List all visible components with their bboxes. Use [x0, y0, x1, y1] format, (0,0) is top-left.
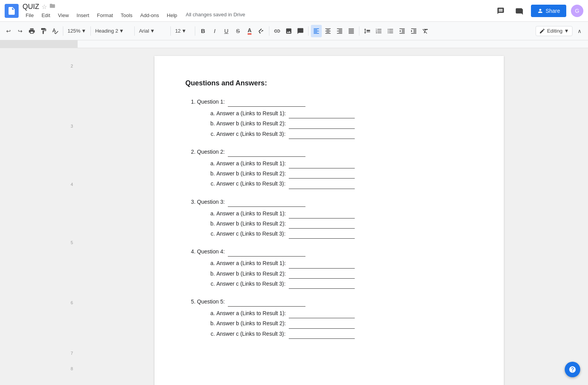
question-list: Question 1: Answer a (Links to Result 1)…: [186, 97, 473, 339]
question-5-label: Question 5:: [197, 298, 306, 305]
menu-format[interactable]: Format: [94, 12, 116, 19]
expand-icon: ▼: [564, 28, 569, 34]
question-4-label: Question 4:: [197, 248, 306, 255]
toolbar-sep-7: [308, 26, 309, 36]
question-2-label: Question 2:: [197, 149, 306, 155]
doc-title[interactable]: QUIZ: [23, 3, 39, 11]
question-item-3: Question 3: Answer a (Links to Result 1)…: [197, 197, 473, 239]
font-select[interactable]: Arial ▼: [137, 25, 168, 37]
highlight-button[interactable]: [256, 25, 267, 37]
answer-5b: Answer b (Links to Result 2):: [217, 318, 473, 328]
question-item-2: Question 2: Answer a (Links to Result 1)…: [197, 147, 473, 189]
answer-3c: Answer c (Links to Result 3):: [217, 229, 473, 239]
print-button[interactable]: [26, 25, 37, 37]
folder-icon[interactable]: [49, 3, 56, 10]
bulleted-list-button[interactable]: [385, 25, 396, 37]
line-spacing-button[interactable]: [362, 25, 373, 37]
chat-icon[interactable]: [512, 4, 526, 18]
fontsize-select[interactable]: 12 ▼: [173, 25, 193, 37]
menu-bar: File Edit View Insert Format Tools Add-o…: [23, 12, 494, 19]
answer-5c: Answer c (Links to Result 3):: [217, 329, 473, 339]
align-right-button[interactable]: [334, 25, 345, 37]
align-left-button[interactable]: [311, 25, 322, 37]
answer-1c: Answer c (Links to Result 3):: [217, 129, 473, 139]
answer-list-4: Answer a (Links to Result 1): Answer b (…: [197, 258, 473, 289]
clear-format-button[interactable]: [420, 25, 431, 37]
answer-1b: Answer b (Links to Result 2):: [217, 118, 473, 128]
answer-list-1: Answer a (Links to Result 1): Answer b (…: [197, 108, 473, 139]
toolbar-sep-3: [134, 26, 135, 36]
menu-insert[interactable]: Insert: [73, 12, 92, 19]
answer-4b: Answer b (Links to Result 2):: [217, 269, 473, 279]
title-bar: QUIZ ☆ File Edit View Insert Format Tool…: [0, 0, 588, 22]
page[interactable]: Questions and Answers: Question 1: Answe…: [154, 56, 504, 385]
justify-button[interactable]: [346, 25, 357, 37]
menu-edit[interactable]: Edit: [38, 12, 53, 19]
menu-addons[interactable]: Add-ons: [137, 12, 162, 19]
ruler: [0, 40, 588, 48]
answer-list-5: Answer a (Links to Result 1): Answer b (…: [197, 308, 473, 339]
question-item-1: Question 1: Answer a (Links to Result 1)…: [197, 97, 473, 139]
title-section: QUIZ ☆ File Edit View Insert Format Tool…: [23, 3, 494, 19]
comment-button[interactable]: [295, 25, 306, 37]
toolbar-sep-6: [269, 26, 269, 36]
toolbar-sep-1: [63, 26, 63, 36]
image-button[interactable]: [283, 25, 294, 37]
collapse-toolbar-button[interactable]: ∧: [574, 25, 585, 37]
star-icon[interactable]: ☆: [42, 3, 47, 10]
underline-button[interactable]: U: [221, 25, 232, 37]
answer-list-3: Answer a (Links to Result 1): Answer b (…: [197, 208, 473, 239]
saved-status: All changes saved in Drive: [186, 12, 245, 19]
menu-tools[interactable]: Tools: [118, 12, 135, 19]
explore-button-container: [565, 362, 580, 377]
question-1-label: Question 1:: [197, 99, 306, 105]
document-area: Questions and Answers: Question 1: Answe…: [78, 48, 580, 385]
answer-5a: Answer a (Links to Result 1):: [217, 308, 473, 318]
question-item-4: Question 4: Answer a (Links to Result 1)…: [197, 246, 473, 289]
zoom-select[interactable]: 125% ▼: [66, 25, 88, 37]
doc-heading: Questions and Answers:: [186, 79, 473, 87]
toolbar-sep-8: [359, 26, 359, 36]
menu-file[interactable]: File: [23, 12, 37, 19]
text-color-button[interactable]: A: [244, 25, 255, 37]
undo-button[interactable]: ↩: [3, 25, 14, 37]
toolbar: ↩ ↪ 125% ▼ Heading 2 ▼ Arial ▼ 12 ▼ B I …: [0, 22, 588, 40]
bold-button[interactable]: B: [198, 25, 208, 37]
question-3-label: Question 3:: [197, 199, 306, 205]
spellcheck-button[interactable]: [50, 25, 61, 37]
align-center-button[interactable]: [323, 25, 333, 37]
toolbar-sep-5: [195, 26, 195, 36]
menu-help[interactable]: Help: [164, 12, 180, 19]
italic-button[interactable]: I: [209, 25, 220, 37]
strikethrough-button[interactable]: S: [232, 25, 243, 37]
answer-4c: Answer c (Links to Result 3):: [217, 279, 473, 289]
answer-2a: Answer a (Links to Result 1):: [217, 158, 473, 168]
style-select[interactable]: Heading 2 ▼: [93, 25, 132, 37]
answer-4a: Answer a (Links to Result 1):: [217, 258, 473, 268]
main-area: 2 3 4 5 6 7 8 Questions and Answers: Que…: [0, 48, 588, 385]
right-scrollbar-area: [580, 48, 588, 385]
comments-icon[interactable]: [494, 4, 508, 18]
numbered-list-button[interactable]: [373, 25, 384, 37]
toolbar-sep-4: [170, 26, 171, 36]
answer-2c: Answer c (Links to Result 3):: [217, 179, 473, 189]
toolbar-sep-2: [90, 26, 91, 36]
answer-3b: Answer b (Links to Result 2):: [217, 219, 473, 229]
decrease-indent-button[interactable]: [397, 25, 408, 37]
editing-mode-button[interactable]: Editing ▼: [536, 26, 572, 36]
toolbar-right: Editing ▼ ∧: [536, 25, 585, 37]
answer-3a: Answer a (Links to Result 1):: [217, 208, 473, 219]
explore-button[interactable]: [565, 362, 580, 377]
answer-1a: Answer a (Links to Result 1):: [217, 108, 473, 118]
answer-2b: Answer b (Links to Result 2):: [217, 168, 473, 179]
redo-button[interactable]: ↪: [15, 25, 26, 37]
share-button[interactable]: Share: [531, 5, 566, 17]
increase-indent-button[interactable]: [408, 25, 419, 37]
menu-view[interactable]: View: [55, 12, 72, 19]
share-label: Share: [546, 8, 560, 14]
answer-list-2: Answer a (Links to Result 1): Answer b (…: [197, 158, 473, 189]
user-avatar[interactable]: G: [571, 5, 583, 17]
paintformat-button[interactable]: [38, 25, 49, 37]
link-button[interactable]: [272, 25, 283, 37]
left-margin: 2 3 4 5 6 7 8: [0, 48, 78, 385]
